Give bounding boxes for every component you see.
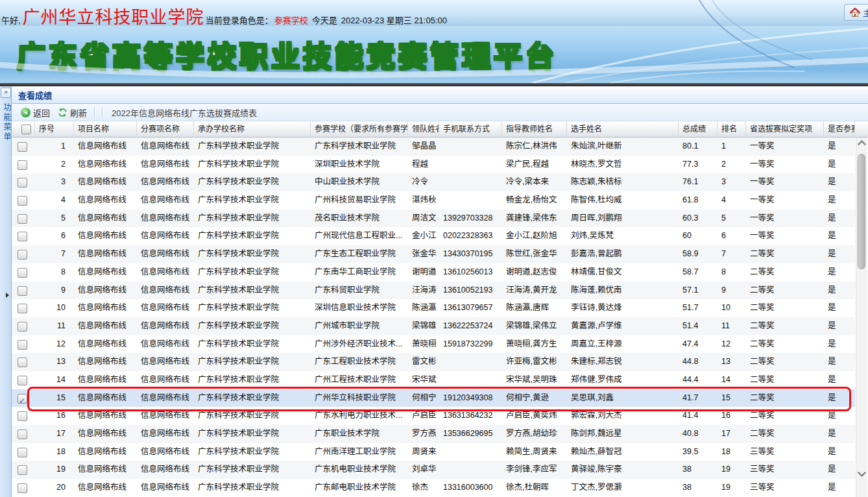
- column-header-rank[interactable]: 排名: [717, 121, 746, 138]
- row-checkbox[interactable]: [18, 232, 27, 241]
- column-header-score[interactable]: 总成绩: [679, 121, 717, 138]
- cell-phone: [439, 156, 502, 174]
- cell-leader: 刘卓华: [408, 461, 439, 479]
- cell-leader: 周贤来: [408, 443, 439, 461]
- row-checkbox-cell: [12, 191, 35, 210]
- column-header-award[interactable]: 省选拔赛拟定奖项: [746, 121, 824, 138]
- cell-sub: 信息网络布线: [137, 299, 194, 317]
- row-checkbox[interactable]: [18, 178, 27, 188]
- table-row[interactable]: 6信息网络布线信息网络布线广东科学技术职业学院广州现代信息工程职业...金小江0…: [12, 227, 855, 245]
- table-row[interactable]: 5信息网络布线信息网络布线广东科学技术职业学院茂名职业技术学院周洁文139297…: [12, 210, 855, 228]
- row-checkbox[interactable]: [18, 304, 27, 313]
- cell-joined: 是: [824, 407, 855, 425]
- table-row[interactable]: 14信息网络布线信息网络布线广东科学技术职业学院广州工程技术职业学院宋华斌宋华斌…: [12, 371, 855, 389]
- cell-score: 77.3: [679, 156, 717, 174]
- table-row[interactable]: 1信息网络布线信息网络布线广东科学技术职业学院广东科学技术职业学院邹晶晶陈宗仁,…: [12, 138, 855, 156]
- cell-rank: 7: [717, 245, 746, 263]
- table-row[interactable]: 18信息网络布线信息网络布线广东科学技术职业学院广州南洋理工职业学院周贤来赖简生…: [12, 443, 855, 461]
- cell-project: 信息网络布线: [74, 479, 137, 497]
- cell-joined: 是: [824, 371, 855, 389]
- row-checkbox[interactable]: [18, 286, 27, 296]
- table-row[interactable]: 12信息网络布线信息网络布线广东科学技术职业学院广州涉外经济职业技术...萧晓栩…: [12, 335, 855, 354]
- sidebar-expand-icon[interactable]: »: [1, 88, 11, 98]
- cell-score: 51.4: [679, 317, 717, 335]
- home-button[interactable]: 主: [844, 4, 868, 21]
- row-checkbox[interactable]: [18, 411, 27, 421]
- cell-joined: 是: [824, 173, 855, 191]
- row-checkbox[interactable]: [18, 142, 27, 152]
- table-row[interactable]: 20信息网络布线信息网络布线广东科学技术职业学院广东邮电职业技术学院徐杰1331…: [12, 479, 855, 497]
- column-header-phone[interactable]: 手机联系方式: [439, 121, 502, 138]
- column-header-school[interactable]: 参赛学校（要求所有参赛学: [311, 121, 408, 138]
- cell-award: 二等奖: [746, 317, 824, 335]
- scrollbar-thumb[interactable]: [858, 154, 865, 269]
- column-header-project[interactable]: 项目名称: [74, 121, 137, 138]
- table-row[interactable]: 10信息网络布线信息网络布线广东科学技术职业学院深圳信息职业技术学院陈涵瀛136…: [12, 299, 855, 317]
- row-checkbox[interactable]: [18, 250, 27, 260]
- row-checkbox[interactable]: [18, 340, 27, 350]
- row-checkbox-cell: [12, 443, 35, 461]
- table-row[interactable]: 4信息网络布线信息网络布线广东科学技术职业学院广州科技贸易职业学院湛炜秋畅金龙,…: [12, 191, 855, 210]
- cell-sub: 信息网络布线: [137, 317, 194, 335]
- table-row[interactable]: 8信息网络布线信息网络布线广东科学技术职业学院广东南华工商职业学院谢明遒1361…: [12, 263, 855, 282]
- cell-award: 一等奖: [746, 173, 824, 191]
- column-header-sub[interactable]: 分赛项名称: [137, 121, 194, 138]
- cell-no: 8: [35, 263, 74, 282]
- column-header-leader[interactable]: 领队姓名: [408, 121, 439, 138]
- scroll-up-icon[interactable]: [858, 140, 866, 149]
- row-checkbox[interactable]: [18, 322, 27, 332]
- row-checkbox[interactable]: [18, 214, 27, 224]
- column-header-teachers[interactable]: 指导教师姓名: [502, 121, 567, 138]
- table-row[interactable]: 15信息网络布线信息网络布线广东科学技术职业学院广州华立科技职业学院何相宁191…: [12, 389, 855, 407]
- row-checkbox-cell: [12, 245, 35, 263]
- row-checkbox[interactable]: [18, 483, 27, 493]
- row-checkbox-cell: [12, 282, 35, 300]
- vertical-scrollbar[interactable]: [856, 138, 867, 497]
- cell-award: 一等奖: [746, 138, 824, 156]
- column-header-players[interactable]: 选手姓名: [567, 121, 679, 138]
- cell-sub: 信息网络布线: [137, 227, 194, 245]
- column-header-no[interactable]: 序号: [35, 121, 74, 138]
- table-row[interactable]: 2信息网络布线信息网络布线广东科学技术职业学院深圳职业技术学院程越梁广民,程越林…: [12, 156, 855, 174]
- cell-joined: 是: [824, 461, 855, 479]
- column-header-joined[interactable]: 是否参赛: [824, 121, 855, 138]
- table-row[interactable]: 3信息网络布线信息网络布线广东科学技术职业学院中山职业技术学院冷令冷令,梁本来陈…: [12, 173, 855, 191]
- refresh-button[interactable]: 刷新: [54, 105, 91, 120]
- cell-phone: [439, 173, 502, 191]
- table-row[interactable]: 7信息网络布线信息网络布线广东科学技术职业学院广东生态工程职业学院张金华1343…: [12, 245, 855, 263]
- table-row[interactable]: 9信息网络布线信息网络布线广东科学技术职业学院广东科贸职业学院汪海涛136100…: [12, 282, 855, 300]
- scroll-down-icon[interactable]: [858, 468, 866, 477]
- cell-score: 58.7: [679, 263, 717, 282]
- table-row[interactable]: 11信息网络布线信息网络布线广东科学技术职业学院广州城市职业学院梁锦雄13622…: [12, 317, 855, 335]
- column-header-host[interactable]: 承办学校名称: [194, 121, 311, 138]
- back-button[interactable]: ◄ 返回: [17, 105, 54, 120]
- select-all-checkbox[interactable]: [12, 121, 35, 138]
- cell-joined: 是: [824, 138, 855, 156]
- table-row[interactable]: 19信息网络布线信息网络布线广东科学技术职业学院广东机电职业技术学院刘卓华李剑锋…: [12, 461, 855, 479]
- sidebar-resize-arrow[interactable]: [6, 293, 9, 298]
- cell-joined: 是: [824, 210, 855, 228]
- collapsed-sidebar[interactable]: » 功能菜单: [0, 86, 12, 497]
- date-label: 今天是: [312, 14, 337, 26]
- table-row[interactable]: 16信息网络布线信息网络布线广东科学技术职业学院广东水利电力职业技术...卢启臣…: [12, 407, 855, 425]
- table-row[interactable]: 13信息网络布线信息网络布线广东科学技术职业学院广东工程职业技术学院雷文彬许亚梅…: [12, 353, 855, 371]
- row-checkbox[interactable]: [18, 376, 27, 385]
- row-checkbox[interactable]: [18, 448, 27, 457]
- cell-award: 三等奖: [746, 461, 824, 479]
- row-checkbox[interactable]: [18, 465, 27, 475]
- cell-leader: 罗方燕: [408, 425, 439, 443]
- sidebar-vertical-label: 功能菜单: [1, 103, 12, 142]
- row-checkbox[interactable]: [18, 268, 27, 278]
- row-checkbox[interactable]: [18, 160, 27, 170]
- row-checkbox[interactable]: [18, 394, 27, 404]
- header-checkbox[interactable]: [21, 125, 31, 134]
- cell-award: 二等奖: [746, 263, 824, 282]
- row-checkbox[interactable]: [18, 358, 27, 367]
- cell-award: 一等奖: [746, 227, 824, 245]
- row-checkbox[interactable]: [18, 196, 27, 206]
- cell-players: 陈智伟,杜均威: [567, 191, 679, 210]
- table-row[interactable]: 17信息网络布线信息网络布线广东科学技术职业学院广东职业技术学院罗方燕13536…: [12, 425, 855, 443]
- cell-no: 17: [35, 425, 74, 443]
- row-checkbox[interactable]: [18, 430, 27, 439]
- tab-view-results[interactable]: 查看成绩: [18, 89, 52, 101]
